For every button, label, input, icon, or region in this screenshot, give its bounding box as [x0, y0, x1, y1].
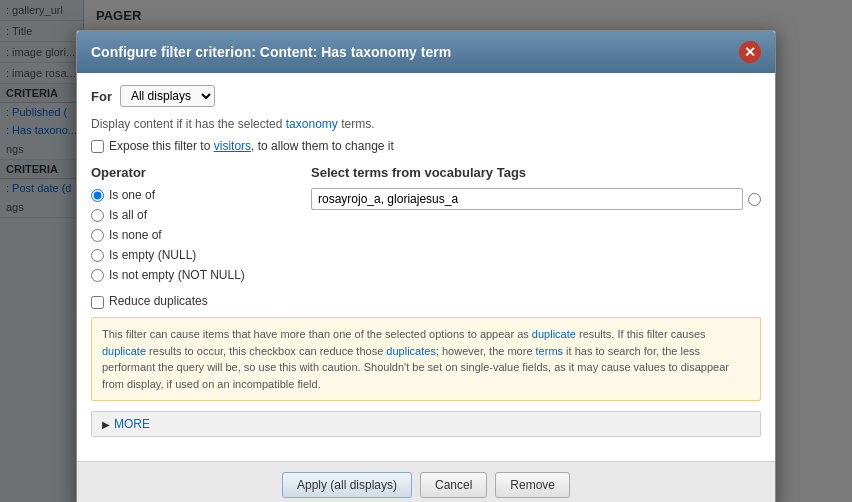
modal-overlay: Configure filter criterion: Content: Has… — [0, 0, 852, 502]
operator-radio-group: Is one of Is all of Is none of Is e — [91, 188, 291, 282]
expose-label: Expose this filter to visitors, to allow… — [109, 139, 394, 153]
label-none-of: Is none of — [109, 228, 162, 242]
radio-all-of[interactable] — [91, 209, 104, 222]
modal-header: Configure filter criterion: Content: Has… — [77, 31, 775, 73]
radio-item-empty: Is empty (NULL) — [91, 248, 291, 262]
radio-item-one-of: Is one of — [91, 188, 291, 202]
remove-button[interactable]: Remove — [495, 472, 570, 498]
more-triangle-icon: ▶ — [102, 419, 110, 430]
radio-one-of[interactable] — [91, 189, 104, 202]
apply-button[interactable]: Apply (all displays) — [282, 472, 412, 498]
radio-none-of[interactable] — [91, 229, 104, 242]
expose-checkbox-row: Expose this filter to visitors, to allow… — [91, 139, 761, 153]
modal-body: For All displays Page Block Display cont… — [77, 73, 775, 461]
reduce-dup-label: Reduce duplicates — [109, 294, 208, 308]
vocab-input[interactable] — [311, 188, 743, 210]
modal-footer: Apply (all displays) Cancel Remove — [77, 461, 775, 502]
for-label: For — [91, 89, 112, 104]
vocab-header: Select terms from vocabulary Tags — [311, 165, 761, 180]
cancel-button[interactable]: Cancel — [420, 472, 487, 498]
radio-item-none-of: Is none of — [91, 228, 291, 242]
for-row: For All displays Page Block — [91, 85, 761, 107]
label-empty: Is empty (NULL) — [109, 248, 196, 262]
label-one-of: Is one of — [109, 188, 155, 202]
info-box: This filter can cause items that have mo… — [91, 317, 761, 401]
more-label: MORE — [114, 417, 150, 431]
expose-checkbox[interactable] — [91, 140, 104, 153]
more-section: ▶ MORE — [91, 411, 761, 437]
display-text: Display content if it has the selected t… — [91, 117, 761, 131]
radio-not-empty[interactable] — [91, 269, 104, 282]
modal-close-button[interactable]: ✕ — [739, 41, 761, 63]
vocab-input-row — [311, 188, 761, 210]
radio-item-not-empty: Is not empty (NOT NULL) — [91, 268, 291, 282]
two-col-section: Operator Is one of Is all of Is none — [91, 165, 761, 282]
radio-empty[interactable] — [91, 249, 104, 262]
label-not-empty: Is not empty (NOT NULL) — [109, 268, 245, 282]
vocab-column: Select terms from vocabulary Tags — [311, 165, 761, 282]
radio-item-all-of: Is all of — [91, 208, 291, 222]
operator-column: Operator Is one of Is all of Is none — [91, 165, 291, 282]
reduce-dup-row: Reduce duplicates — [91, 294, 761, 309]
taxonomy-link[interactable]: taxonomy — [286, 117, 338, 131]
modal-dialog: Configure filter criterion: Content: Has… — [76, 30, 776, 502]
vocab-radio[interactable] — [748, 193, 761, 206]
for-select[interactable]: All displays Page Block — [120, 85, 215, 107]
reduce-dup-checkbox[interactable] — [91, 296, 104, 309]
modal-title: Configure filter criterion: Content: Has… — [91, 44, 451, 60]
more-header[interactable]: ▶ MORE — [92, 412, 760, 436]
operator-header: Operator — [91, 165, 291, 180]
label-all-of: Is all of — [109, 208, 147, 222]
visitors-link[interactable]: visitors — [214, 139, 251, 153]
